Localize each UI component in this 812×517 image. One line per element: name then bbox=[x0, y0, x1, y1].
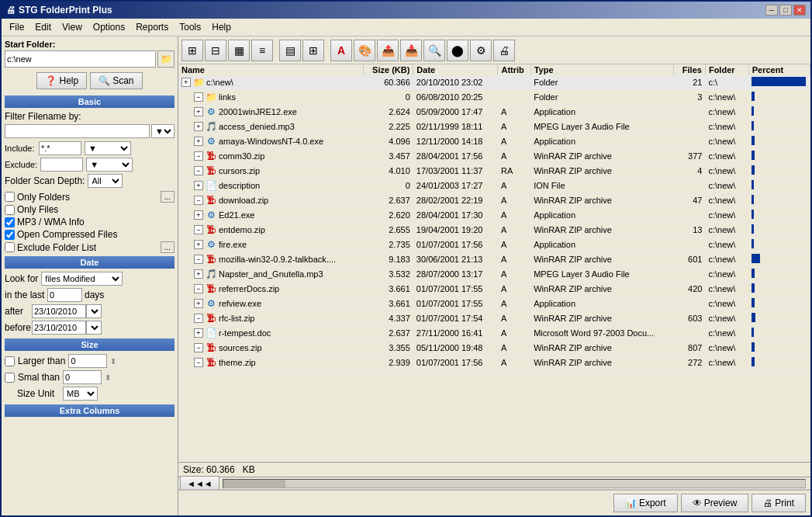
only-files-checkbox[interactable] bbox=[5, 205, 15, 215]
toolbar-btn-10[interactable]: 📥 bbox=[400, 40, 422, 61]
filter-dropdown[interactable]: ▼ bbox=[151, 124, 174, 138]
smaller-than-input[interactable] bbox=[63, 370, 102, 384]
larger-than-checkbox[interactable] bbox=[5, 356, 15, 366]
menu-edit[interactable]: Edit bbox=[30, 20, 56, 34]
expand-icon[interactable]: + bbox=[194, 328, 203, 338]
table-row[interactable]: + 🎵 Napster_and_Gnutella.mp3 3.532 28/07… bbox=[178, 267, 810, 282]
menu-file[interactable]: File bbox=[5, 20, 29, 34]
expand-icon[interactable]: + bbox=[194, 122, 203, 131]
table-row[interactable]: + ⚙ 20001winJRE12.exe 2.624 05/09/2000 1… bbox=[178, 105, 810, 120]
table-row[interactable]: + 🎵 access_denied.mp3 2.225 02/11/1999 1… bbox=[178, 120, 810, 134]
size-unit-select[interactable]: MB KB GB bbox=[63, 387, 98, 401]
file-list-scroll[interactable]: Name Size (KB) Date Attrib Type Files Fo… bbox=[178, 64, 810, 462]
include-input[interactable] bbox=[39, 141, 81, 155]
menu-tools[interactable]: Tools bbox=[174, 20, 206, 34]
expand-icon[interactable]: + bbox=[194, 269, 203, 279]
table-row[interactable]: − 🗜 mozilla-win32-0.9.2-talkback.... 9.1… bbox=[178, 252, 810, 267]
filter-input[interactable] bbox=[5, 124, 150, 138]
toolbar-btn-3[interactable]: ▦ bbox=[228, 40, 250, 61]
toolbar-btn-9[interactable]: 📤 bbox=[377, 40, 399, 61]
preview-button[interactable]: 👁 Preview bbox=[681, 494, 749, 512]
minimize-button[interactable]: ─ bbox=[765, 5, 778, 16]
expand-icon[interactable]: − bbox=[194, 196, 203, 205]
exclude-folder-list-options-button[interactable]: ... bbox=[161, 241, 174, 253]
open-compressed-checkbox[interactable] bbox=[5, 230, 15, 240]
table-row[interactable]: + 📁 c:\new\ 60.366 20/10/2010 23:02 Fold… bbox=[178, 75, 810, 90]
menu-help[interactable]: Help bbox=[207, 20, 236, 34]
exclude-folder-list-checkbox[interactable] bbox=[5, 242, 15, 252]
toolbar-btn-8[interactable]: 🎨 bbox=[354, 40, 375, 61]
maximize-button[interactable]: □ bbox=[779, 5, 792, 16]
table-row[interactable]: − 🗜 referrerDocs.zip 3.661 01/07/2001 17… bbox=[178, 282, 810, 297]
toolbar-btn-2[interactable]: ⊟ bbox=[205, 40, 226, 61]
folder-input[interactable] bbox=[5, 50, 156, 68]
expand-icon[interactable]: − bbox=[194, 166, 203, 175]
table-row[interactable]: + ⚙ fire.exe 2.735 01/07/2001 17:56 A Ap… bbox=[178, 238, 810, 252]
col-header-percent[interactable]: Percent bbox=[748, 64, 810, 75]
look-for-select[interactable]: files Modified files Created files Acces… bbox=[41, 272, 123, 286]
table-row[interactable]: − 🗜 download.zip 2.637 28/02/2001 22:19 … bbox=[178, 193, 810, 208]
toolbar-btn-14[interactable]: 🖨 bbox=[493, 40, 515, 61]
menu-options[interactable]: Options bbox=[88, 20, 130, 34]
table-row[interactable]: + ⚙ Ed21.exe 2.620 28/04/2001 17:30 A Ap… bbox=[178, 208, 810, 223]
expand-icon[interactable]: + bbox=[194, 137, 203, 146]
expand-icon[interactable]: + bbox=[194, 240, 203, 249]
scan-button[interactable]: 🔍 Scan bbox=[90, 72, 142, 89]
expand-icon[interactable]: − bbox=[194, 358, 203, 367]
expand-icon[interactable]: + bbox=[194, 210, 203, 220]
browse-folder-button[interactable]: 📁 bbox=[157, 50, 174, 68]
col-header-type[interactable]: Type bbox=[530, 64, 674, 75]
table-row[interactable]: + 📄 description 0 24/01/2003 17:27 A ION… bbox=[178, 179, 810, 193]
expand-icon[interactable]: + bbox=[194, 107, 203, 116]
table-row[interactable]: − 🗜 sources.zip 3.355 05/11/2000 19:48 A… bbox=[178, 341, 810, 356]
before-calendar[interactable]: ▼ bbox=[86, 321, 102, 335]
before-input[interactable] bbox=[32, 321, 86, 335]
expand-icon[interactable]: − bbox=[194, 284, 203, 293]
expand-icon[interactable]: + bbox=[181, 78, 191, 87]
expand-icon[interactable]: − bbox=[194, 151, 203, 161]
toolbar-btn-1[interactable]: ⊞ bbox=[181, 40, 203, 61]
expand-icon[interactable]: + bbox=[194, 181, 203, 190]
table-row[interactable]: − 📁 links 0 06/08/2010 20:25 Folder 3 c:… bbox=[178, 90, 810, 105]
expand-icon[interactable]: − bbox=[194, 92, 203, 102]
col-header-attrib[interactable]: Attrib bbox=[498, 64, 530, 75]
table-row[interactable]: − 🗜 theme.zip 2.939 01/07/2001 17:56 A W… bbox=[178, 356, 810, 370]
toolbar-btn-6[interactable]: ⊞ bbox=[302, 40, 324, 61]
toolbar-btn-4[interactable]: ≡ bbox=[251, 40, 273, 61]
table-row[interactable]: + ⚙ refview.exe 3.661 01/07/2001 17:55 A… bbox=[178, 297, 810, 311]
col-header-files[interactable]: Files bbox=[674, 64, 705, 75]
toolbar-btn-5[interactable]: ▤ bbox=[279, 40, 301, 61]
h-scrollbar[interactable] bbox=[223, 479, 806, 488]
nav-back-button[interactable]: ◄◄◄ bbox=[180, 476, 219, 490]
print-button[interactable]: 🖨 Print bbox=[752, 494, 806, 512]
after-input[interactable] bbox=[32, 304, 86, 318]
h-scrollbar-thumb[interactable] bbox=[223, 480, 285, 488]
table-row[interactable]: − 🗜 entdemo.zip 2.655 19/04/2001 19:20 A… bbox=[178, 223, 810, 238]
toolbar-btn-13[interactable]: ⚙ bbox=[470, 40, 492, 61]
after-calendar[interactable]: ▼ bbox=[86, 304, 102, 318]
expand-icon[interactable]: − bbox=[194, 343, 203, 352]
h-scroll[interactable]: ◄◄◄ bbox=[178, 477, 810, 489]
col-header-name[interactable]: Name bbox=[178, 64, 363, 75]
menu-reports[interactable]: Reports bbox=[131, 20, 173, 34]
exclude-dropdown[interactable]: ▼ bbox=[86, 158, 133, 172]
expand-icon[interactable]: − bbox=[194, 225, 203, 234]
smaller-than-checkbox[interactable] bbox=[5, 373, 15, 383]
expand-icon[interactable]: − bbox=[194, 255, 203, 264]
toolbar-btn-12[interactable]: ⬤ bbox=[447, 40, 468, 61]
in-last-input[interactable] bbox=[47, 288, 82, 302]
help-button[interactable]: ❓ Help bbox=[36, 72, 87, 89]
include-dropdown[interactable]: ▼ bbox=[85, 141, 131, 155]
close-button[interactable]: ✕ bbox=[793, 5, 806, 16]
expand-icon[interactable]: + bbox=[194, 299, 203, 308]
export-button[interactable]: 📊 Export bbox=[613, 494, 678, 512]
only-folders-checkbox[interactable] bbox=[5, 192, 15, 202]
col-header-date[interactable]: Date bbox=[413, 64, 498, 75]
mp3-wma-checkbox[interactable] bbox=[5, 217, 15, 227]
only-folders-options-button[interactable]: ... bbox=[161, 191, 174, 203]
table-row[interactable]: − 🗜 cursors.zip 4.010 17/03/2001 11:37 R… bbox=[178, 164, 810, 179]
exclude-input[interactable] bbox=[40, 158, 83, 172]
table-row[interactable]: + ⚙ amaya-WindowsNT-4.0.exe 4.096 12/11/… bbox=[178, 134, 810, 149]
depth-select[interactable]: All bbox=[88, 174, 123, 188]
table-row[interactable]: − 🗜 rfc-list.zip 4.337 01/07/2001 17:54 … bbox=[178, 311, 810, 326]
